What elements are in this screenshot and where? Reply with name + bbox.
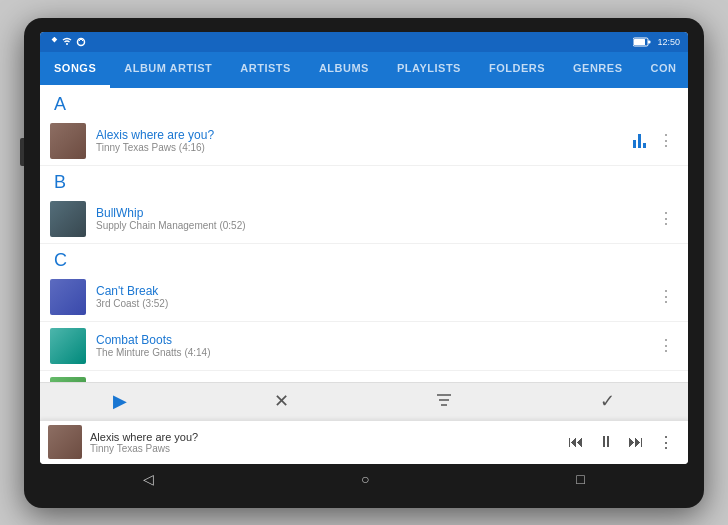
song-title: BullWhip: [96, 206, 654, 220]
play-button[interactable]: ▶: [103, 386, 137, 416]
system-nav-bar: ◁ ○ □: [40, 464, 688, 494]
song-actions: ⋮: [633, 129, 678, 152]
wifi-icon: [62, 37, 72, 47]
player-menu-button[interactable]: ⋮: [652, 429, 680, 456]
song-actions: ⋮: [654, 334, 678, 357]
song-thumbnail: [50, 328, 86, 364]
list-item[interactable]: Combat Boots The Minture Gnatts (4:14) ⋮: [40, 322, 688, 371]
section-a-header: A: [40, 88, 688, 117]
list-item[interactable]: Comically Large The Afternoon delights (…: [40, 371, 688, 382]
playing-indicator: [633, 134, 646, 148]
filter-icon: [435, 393, 453, 407]
song-info: Alexis where are you? Tinny Texas Paws (…: [96, 128, 633, 153]
song-meta: 3rd Coast (3:52): [96, 298, 654, 309]
now-playing-title: Alexis where are you?: [90, 431, 562, 443]
song-meta: Tinny Texas Paws (4:16): [96, 142, 633, 153]
song-info: BullWhip Supply Chain Management (0:52): [96, 206, 654, 231]
battery-icon: [633, 37, 651, 47]
time-display: 12:50: [657, 37, 680, 47]
sync-icon: [76, 37, 86, 47]
status-bar: 12:50: [40, 32, 688, 52]
check-button[interactable]: ✓: [590, 386, 625, 416]
song-thumbnail: [50, 201, 86, 237]
status-icons: [48, 37, 86, 47]
song-meta: Supply Chain Management (0:52): [96, 220, 654, 231]
tab-album-artist[interactable]: ALBUM ARTIST: [110, 52, 226, 88]
song-menu-button[interactable]: ⋮: [654, 207, 678, 230]
tab-folders[interactable]: FOLDERS: [475, 52, 559, 88]
playback-controls-bar: ▶ ✕ ✓: [40, 382, 688, 420]
svg-rect-0: [52, 37, 58, 42]
list-item[interactable]: Can't Break 3rd Coast (3:52) ⋮: [40, 273, 688, 322]
now-playing-info: Alexis where are you? Tinny Texas Paws: [90, 431, 562, 454]
song-thumbnail: [50, 123, 86, 159]
tab-playlists[interactable]: PLAYLISTS: [383, 52, 475, 88]
song-meta: The Minture Gnatts (4:14): [96, 347, 654, 358]
pause-button[interactable]: ⏸: [592, 429, 620, 455]
song-menu-button[interactable]: ⋮: [654, 285, 678, 308]
section-c-header: C: [40, 244, 688, 273]
list-item[interactable]: Alexis where are you? Tinny Texas Paws (…: [40, 117, 688, 166]
shuffle-button[interactable]: ✕: [264, 386, 299, 416]
next-button[interactable]: ⏭: [622, 429, 650, 455]
song-actions: ⋮: [654, 207, 678, 230]
song-info: Combat Boots The Minture Gnatts (4:14): [96, 333, 654, 358]
home-button[interactable]: ○: [361, 471, 369, 487]
status-right: 12:50: [633, 37, 680, 47]
section-b-header: B: [40, 166, 688, 195]
song-list: A Alexis where are you? Tinny Texas Paws…: [40, 88, 688, 382]
tablet-screen: 12:50 SONGS ALBUM ARTIST ARTISTS ALBUMS …: [40, 32, 688, 464]
tab-genres[interactable]: GENRES: [559, 52, 636, 88]
notification-icon: [48, 37, 58, 47]
filter-button[interactable]: [425, 387, 463, 416]
tablet-device: 12:50 SONGS ALBUM ARTIST ARTISTS ALBUMS …: [24, 18, 704, 508]
song-menu-button[interactable]: ⋮: [654, 129, 678, 152]
list-item[interactable]: BullWhip Supply Chain Management (0:52) …: [40, 195, 688, 244]
nav-tabs: SONGS ALBUM ARTIST ARTISTS ALBUMS PLAYLI…: [40, 52, 688, 88]
tab-albums[interactable]: ALBUMS: [305, 52, 383, 88]
player-controls: ⏮ ⏸ ⏭ ⋮: [562, 429, 680, 456]
tab-artists[interactable]: ARTISTS: [226, 52, 305, 88]
now-playing-artist: Tinny Texas Paws: [90, 443, 562, 454]
song-title: Can't Break: [96, 284, 654, 298]
svg-rect-5: [648, 40, 651, 43]
recent-button[interactable]: □: [576, 471, 584, 487]
now-playing-thumbnail: [48, 425, 82, 459]
tab-songs[interactable]: SONGS: [40, 52, 110, 88]
song-menu-button[interactable]: ⋮: [654, 334, 678, 357]
tab-con[interactable]: CON: [636, 52, 688, 88]
back-button[interactable]: ◁: [143, 471, 154, 487]
svg-point-1: [66, 43, 68, 45]
song-title: Alexis where are you?: [96, 128, 633, 142]
svg-rect-4: [634, 39, 645, 45]
song-thumbnail: [50, 279, 86, 315]
song-title: Combat Boots: [96, 333, 654, 347]
song-info: Can't Break 3rd Coast (3:52): [96, 284, 654, 309]
prev-button[interactable]: ⏮: [562, 429, 590, 455]
song-actions: ⋮: [654, 285, 678, 308]
now-playing-bar: Alexis where are you? Tinny Texas Paws ⏮…: [40, 420, 688, 464]
